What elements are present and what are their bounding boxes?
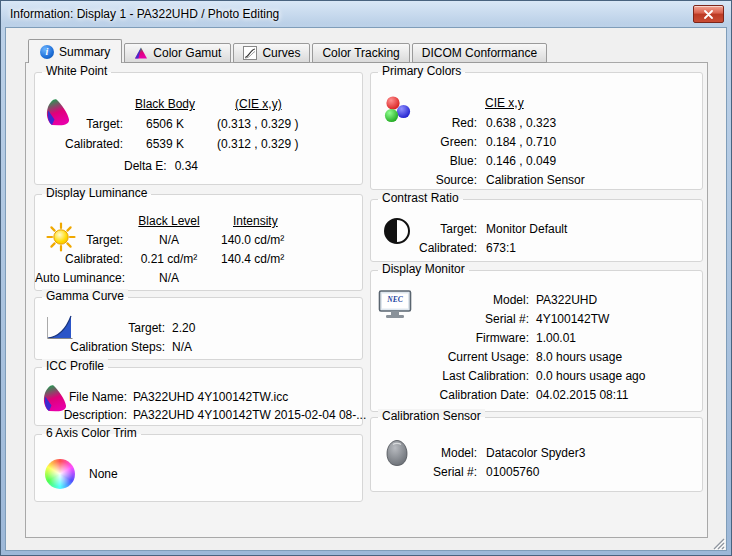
row-label: Calibrated: [35,134,123,154]
group-title: White Point [42,64,111,78]
row-value: 0.146 , 0.049 [486,152,702,171]
tab-curves[interactable]: Curves [233,43,310,63]
display-luminance-table: Black Level Intensity Target: N/A 140.0 … [35,212,362,288]
row-value: N/A [123,269,215,288]
gamma-curve-icon [45,311,75,344]
tab-color-tracking[interactable]: Color Tracking [312,43,409,63]
six-axis-color-trim-group: 6 Axis Color Trim None [34,434,363,502]
row-label: Last Calibration: [371,367,529,386]
row-label: Auto Luminance: [35,269,123,288]
row-label: Current Usage: [371,348,529,367]
summary-tab-page: White Point Black Body (CIE x,y) Target:… [25,62,708,538]
row-value: 0.0 hours usage ago [536,367,702,386]
row-value: (0.312 , 0.329 ) [207,134,362,154]
row-value: PA322UHD [536,291,702,310]
gamma-curve-group: Gamma Curve Target: 2.20 Calibration Ste… [34,297,363,360]
gamma-curve-table: Target: 2.20 Calibration Steps: N/A [35,319,362,357]
white-point-table: Black Body (CIE x,y) Target: 6506 K (0.3… [35,94,362,154]
cie-diagram-icon [44,97,71,129]
row-value: None [89,467,118,481]
window-title: Information: Display 1 - PA322UHD / Phot… [10,7,279,21]
row-value: (0.313 , 0.329 ) [207,114,362,134]
tab-label: Color Tracking [322,46,399,60]
dialog-client-area: i Summary Color Gamut Curves Color [5,27,727,551]
close-button[interactable] [693,5,724,23]
column-header: Intensity [233,214,278,228]
primary-colors-group: Primary Colors CIE x,y Red: 0.638 , 0.32… [370,72,703,190]
tab-color-gamut[interactable]: Color Gamut [124,43,231,63]
group-title: Gamma Curve [42,289,128,303]
row-value: 6539 K [123,134,207,154]
delta-e-row: Delta E: 0.34 [124,157,362,175]
group-title: Display Luminance [42,186,151,200]
nec-monitor-icon: NEC [378,289,414,324]
display-luminance-group: Display Luminance Black Level [34,194,363,291]
row-value: 0.638 , 0.323 [486,114,702,133]
white-point-group: White Point Black Body (CIE x,y) Target:… [34,72,363,185]
contrast-icon [384,218,410,244]
row-value: PA322UHD 4Y100142TW 2015-02-04 08-... [133,406,366,424]
icc-profile-group: ICC Profile File Name: PA322UHD 4Y100142… [34,367,363,426]
close-icon [704,10,713,19]
row-value: 0.21 cd/m² [123,250,215,269]
row-value: 04.02.2015 08:11 [536,386,702,405]
row-value: 1.00.01 [536,329,702,348]
info-icon: i [40,45,54,59]
row-value: PA322UHD 4Y100142TW.icc [133,388,366,406]
row-label: Green: [371,133,477,152]
display-monitor-table: Model: PA322UHD Serial #: 4Y100142TW Fir… [371,291,702,405]
svg-text:NEC: NEC [386,295,403,304]
row-value: 140.0 cd/m² [215,231,362,250]
column-header: Black Level [123,212,215,231]
tab-label: Curves [262,46,300,60]
spyder-sensor-icon [384,438,410,471]
row-value: Monitor Default [486,220,702,239]
row-label: Source: [371,171,477,190]
group-title: Calibration Sensor [378,409,485,423]
tab-bar: i Summary Color Gamut Curves Color [28,39,549,63]
group-title: Contrast Ratio [378,191,463,205]
row-value: 01005760 [486,463,702,482]
row-value: 673:1 [486,239,702,258]
primary-colors-table: Red: 0.638 , 0.323 Green: 0.184 , 0.710 … [371,114,702,190]
contrast-ratio-group: Contrast Ratio Target: Monitor Default C… [370,199,703,262]
tab-dicom-conformance[interactable]: DICOM Conformance [412,43,547,63]
group-title: Primary Colors [378,64,465,78]
row-value: 140.4 cd/m² [215,250,362,269]
column-header: Black Body [123,94,207,114]
dialog-window: Information: Display 1 - PA322UHD / Phot… [0,0,732,556]
calibration-sensor-group: Calibration Sensor Model: Datacolor Spyd… [370,417,703,492]
display-monitor-group: Display Monitor NEC Model: PA322UHD Seri… [370,270,703,412]
row-label: Delta E: [124,157,167,175]
row-label: Calibration Date: [371,386,529,405]
group-title: ICC Profile [42,359,108,373]
color-gamut-icon [134,46,148,60]
tab-label: Color Gamut [153,46,221,60]
row-value: 0.34 [175,157,198,175]
titlebar[interactable]: Information: Display 1 - PA322UHD / Phot… [1,1,731,27]
column-header: (CIE x,y) [235,97,282,111]
column-header-row: CIE x,y [485,95,702,112]
row-value: Calibration Sensor [486,171,702,190]
tab-label: Summary [59,45,110,59]
contrast-ratio-table: Target: Monitor Default Calibrated: 673:… [371,220,702,258]
resize-grip[interactable] [712,537,725,550]
row-value: N/A [172,338,362,357]
sun-icon [46,222,76,255]
row-value: Datacolor Spyder3 [486,444,702,463]
color-wheel-icon [45,459,75,489]
row-value: 0.184 , 0.710 [486,133,702,152]
column-header: CIE x,y [485,96,524,110]
row-value: 4Y100142TW [536,310,702,329]
tab-summary[interactable]: i Summary [28,39,122,63]
tab-label: DICOM Conformance [422,46,537,60]
six-axis-row: None [35,459,362,489]
row-label: Firmware: [371,329,529,348]
group-title: 6 Axis Color Trim [42,426,141,440]
calibration-sensor-table: Model: Datacolor Spyder3 Serial #: 01005… [371,444,702,482]
row-value: 8.0 hours usage [536,348,702,367]
row-value: N/A [123,231,215,250]
row-value: 2.20 [172,319,362,338]
icc-profile-icon [41,383,68,415]
group-title: Display Monitor [378,262,469,276]
